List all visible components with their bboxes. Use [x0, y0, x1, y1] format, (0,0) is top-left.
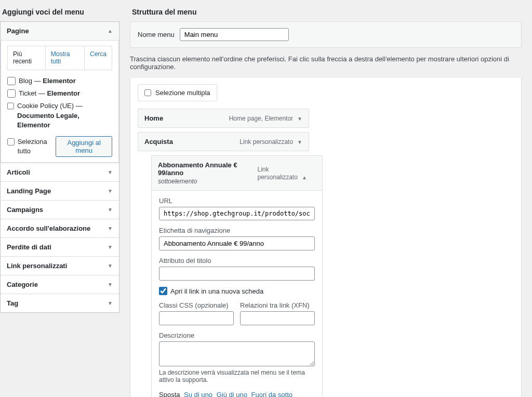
section-campaigns[interactable]: Campaigns ▼	[1, 200, 119, 219]
caret-down-icon: ▼	[297, 116, 302, 122]
menu-item-acquista[interactable]: Acquista Link personalizzato▼	[138, 132, 309, 151]
caret-up-icon: ▲	[302, 175, 307, 180]
title-attr-input[interactable]	[159, 267, 315, 281]
pagine-panel: Più recenti Mostra tutti Cerca Blog — El…	[1, 41, 119, 163]
menu-item-annuale: Abbonamento Annuale € 99/anno sottoeleme…	[151, 155, 323, 397]
bulk-select[interactable]: Selezione multipla	[138, 84, 217, 101]
url-input[interactable]	[159, 207, 315, 220]
select-all[interactable]: Seleziona tutto	[7, 137, 56, 156]
menu-item-home[interactable]: Home Home page, Elementor▼	[138, 109, 309, 128]
tab-recenti[interactable]: Più recenti	[8, 46, 46, 70]
description-hint: La descrizione verrà visualizzata nel me…	[159, 369, 315, 383]
caret-down-icon: ▼	[108, 226, 113, 231]
section-accordo[interactable]: Accordo sull'elaborazione ▼	[1, 219, 119, 237]
section-link-personalizzati[interactable]: Link personalizzati ▼	[1, 256, 119, 275]
page-item-checkbox[interactable]	[7, 77, 16, 85]
add-to-menu-button[interactable]: Aggiungi al menu	[56, 136, 112, 157]
page-item-cookie[interactable]: Cookie Policy (UE) — Documento Legale, E…	[7, 101, 112, 130]
caret-up-icon: ▲	[108, 28, 113, 34]
nav-input[interactable]	[159, 236, 315, 250]
newtab-checkbox[interactable]	[159, 287, 167, 295]
menu-item-annuale-header[interactable]: Abbonamento Annuale € 99/anno sottoeleme…	[152, 156, 322, 191]
url-label: URL	[159, 197, 315, 205]
menu-name-header: Nome menu	[130, 21, 522, 48]
caret-down-icon: ▼	[108, 188, 113, 194]
tab-tutti[interactable]: Mostra tutti	[46, 46, 85, 70]
section-tag[interactable]: Tag ▼	[1, 294, 119, 312]
tab-cerca[interactable]: Cerca	[85, 46, 112, 70]
select-all-checkbox[interactable]	[7, 138, 15, 146]
caret-down-icon: ▼	[297, 139, 302, 145]
xfn-label: Relazioni tra link (XFN)	[240, 301, 315, 309]
css-classes-input[interactable]	[159, 311, 234, 325]
css-classes-label: Classi CSS (opzionale)	[159, 301, 234, 309]
menu-name-label: Nome menu	[138, 31, 175, 38]
page-item-ticket[interactable]: Ticket — Elementor	[7, 89, 112, 98]
description-textarea[interactable]	[159, 341, 315, 366]
caret-down-icon: ▼	[108, 263, 113, 269]
section-pagine-label: Pagine	[7, 27, 29, 35]
section-landing-page[interactable]: Landing Page ▼	[1, 181, 119, 200]
section-categorie[interactable]: Categorie ▼	[1, 275, 119, 294]
caret-down-icon: ▼	[108, 207, 113, 213]
caret-down-icon: ▼	[108, 300, 113, 306]
caret-down-icon: ▼	[108, 244, 113, 250]
menu-body: Selezione multipla Home Home page, Eleme…	[130, 78, 522, 397]
newtab-row[interactable]: Apri il link in una nuova scheda	[159, 287, 315, 295]
menu-structure-title: Struttura del menu	[132, 8, 522, 16]
title-attr-label: Attributo del titolo	[159, 257, 315, 264]
page-item-checkbox[interactable]	[7, 102, 14, 110]
move-links: Sposta Su di uno Giù di uno Fuori da sot…	[159, 391, 315, 397]
caret-down-icon: ▼	[108, 169, 113, 175]
drag-instructions: Trascina ciascun elemento nell'ordine ch…	[130, 55, 522, 71]
pagine-tabs: Più recenti Mostra tutti Cerca	[7, 46, 112, 70]
description-label: Descrizione	[159, 332, 315, 339]
page-item-blog[interactable]: Blog — Elementor	[7, 76, 112, 86]
bulk-select-checkbox[interactable]	[144, 89, 151, 96]
xfn-input[interactable]	[240, 311, 315, 325]
move-down-link[interactable]: Giù di uno	[217, 391, 247, 397]
caret-down-icon: ▼	[108, 282, 113, 287]
page-item-checkbox[interactable]	[7, 89, 16, 98]
add-menu-items-title: Aggiungi voci del menu	[2, 8, 119, 16]
menu-name-input[interactable]	[180, 28, 289, 41]
section-pagine[interactable]: Pagine ▲	[1, 22, 119, 41]
section-articoli[interactable]: Articoli ▼	[1, 163, 119, 181]
move-up-link[interactable]: Su di uno	[184, 391, 212, 397]
nav-label: Etichetta di navigazione	[159, 227, 315, 234]
section-perdite[interactable]: Perdite di dati ▼	[1, 237, 119, 256]
